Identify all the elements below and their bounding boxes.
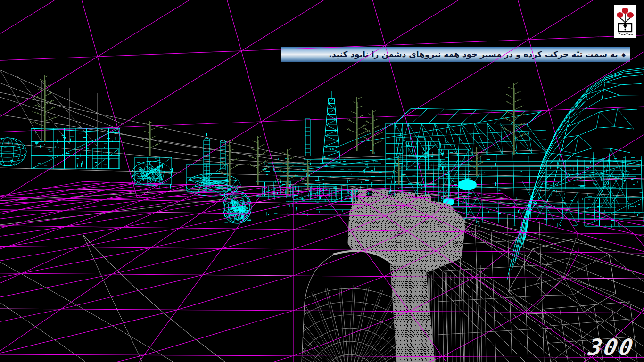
game-viewport[interactable] [0,0,644,362]
publisher-logo [614,5,636,38]
lattice-tower [305,91,340,163]
city-wireframe [0,123,643,228]
terrain-mesh-far [0,0,644,204]
mountain-ridge [507,68,644,280]
game-screen: { "hud": { "objective_banner": { "bullet… [0,0,644,362]
ammo-counter: 300 [586,334,637,360]
game-stage: ◆به سمت تپّه حرکت کرده و در مسیر خود همه… [0,0,644,362]
